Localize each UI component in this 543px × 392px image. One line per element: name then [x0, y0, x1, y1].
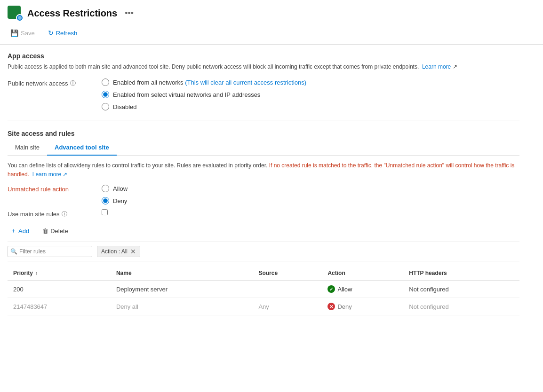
- more-options-icon[interactable]: •••: [122, 8, 136, 19]
- col-priority: Priority ↑: [8, 266, 111, 281]
- divider-1: [8, 120, 519, 120]
- site-access-section: Site access and rules Main site Advanced…: [8, 130, 519, 315]
- refresh-icon: ↻: [48, 29, 54, 37]
- action-deny: Deny: [327, 303, 398, 310]
- use-main-site-rules-info-icon[interactable]: ⓘ: [62, 210, 67, 218]
- learn-more-link-app[interactable]: Learn more: [422, 63, 451, 70]
- cell-source: [253, 281, 322, 298]
- filter-input-wrap: 🔍: [8, 246, 92, 257]
- table-header-row: Priority ↑ Name Source Action HTTP heade…: [8, 266, 519, 281]
- rules-table: Priority ↑ Name Source Action HTTP heade…: [8, 266, 519, 315]
- delete-icon: 🗑: [42, 227, 48, 235]
- unmatched-rule-options: Allow Deny: [102, 185, 128, 204]
- main-content: App access Public access is applied to b…: [0, 45, 527, 323]
- use-main-site-rules-checkbox[interactable]: [102, 209, 108, 215]
- cell-name: Deny all: [111, 298, 253, 315]
- add-delete-bar: ＋ Add 🗑 Delete: [8, 225, 519, 237]
- page-title: Access Restrictions: [27, 8, 117, 19]
- radio-unmatched-allow[interactable]: Allow: [102, 185, 128, 192]
- table-row[interactable]: 200 Deployment server Allow Not configur…: [8, 281, 519, 298]
- add-icon: ＋: [10, 227, 16, 235]
- action-filter-badge: Action : All ✕: [97, 246, 140, 257]
- deny-icon: [327, 303, 335, 310]
- col-name: Name: [111, 266, 253, 281]
- action-allow: Allow: [327, 285, 398, 293]
- allow-icon: [327, 285, 335, 293]
- use-main-site-rules-checkbox-wrap: [102, 209, 108, 217]
- cell-priority: 200: [8, 281, 111, 298]
- cell-http-headers: Not configured: [403, 298, 519, 315]
- cell-priority: 2147483647: [8, 298, 111, 315]
- public-network-access-options: Enabled from all networks (This will cle…: [102, 78, 306, 110]
- app-access-description: Public access is applied to both main si…: [8, 63, 519, 71]
- filter-rules-input[interactable]: [8, 246, 92, 257]
- cell-action: Deny: [322, 298, 403, 315]
- site-access-title: Site access and rules: [8, 130, 519, 137]
- radio-enabled-select-networks[interactable]: Enabled from select virtual networks and…: [102, 91, 306, 98]
- tab-main-site[interactable]: Main site: [8, 140, 47, 156]
- cell-http-headers: Not configured: [403, 281, 519, 298]
- action-filter-close-icon[interactable]: ✕: [130, 248, 136, 255]
- toolbar: 💾 Save ↻ Refresh: [0, 24, 543, 45]
- action-filter-label: Action : All: [101, 248, 128, 255]
- cell-name: Deployment server: [111, 281, 253, 298]
- cell-action: Allow: [322, 281, 403, 298]
- learn-more-link-site[interactable]: Learn more ↗: [32, 171, 68, 178]
- site-access-tabs: Main site Advanced tool site: [8, 140, 519, 156]
- public-network-access-label: Public network access ⓘ: [8, 78, 92, 87]
- refresh-button[interactable]: ↻ Refresh: [45, 27, 80, 39]
- unmatched-rule-action-field: Unmatched rule action Allow Deny: [8, 185, 519, 204]
- radio-unmatched-deny[interactable]: Deny: [102, 197, 128, 204]
- col-http-headers: HTTP headers: [403, 266, 519, 281]
- table-row[interactable]: 2147483647 Deny all Any Deny Not configu…: [8, 298, 519, 315]
- app-icon: [8, 6, 23, 21]
- public-network-access-field: Public network access ⓘ Enabled from all…: [8, 78, 519, 110]
- col-action: Action: [322, 266, 403, 281]
- tab-advanced-tool-site[interactable]: Advanced tool site: [47, 140, 117, 156]
- use-main-site-rules-field: Use main site rules ⓘ: [8, 209, 519, 218]
- save-button[interactable]: 💾 Save: [8, 27, 38, 39]
- search-icon: 🔍: [10, 248, 17, 255]
- col-source: Source: [253, 266, 322, 281]
- app-access-section: App access Public access is applied to b…: [8, 52, 519, 110]
- sort-icon-priority: ↑: [35, 271, 38, 276]
- radio-disabled[interactable]: Disabled: [102, 103, 306, 110]
- delete-button[interactable]: 🗑 Delete: [40, 226, 71, 236]
- use-main-site-rules-label: Use main site rules: [8, 211, 60, 218]
- save-icon: 💾: [10, 29, 18, 37]
- app-access-title: App access: [8, 52, 519, 60]
- public-network-access-info-icon[interactable]: ⓘ: [70, 79, 76, 87]
- site-access-info: You can define lists of allow/deny rules…: [8, 161, 519, 179]
- radio-enabled-all-networks[interactable]: Enabled from all networks (This will cle…: [102, 78, 306, 86]
- unmatched-rule-label: Unmatched rule action: [8, 186, 69, 193]
- cell-source: Any: [253, 298, 322, 315]
- filter-bar: 🔍 Action : All ✕: [8, 242, 519, 261]
- add-button[interactable]: ＋ Add: [8, 225, 32, 237]
